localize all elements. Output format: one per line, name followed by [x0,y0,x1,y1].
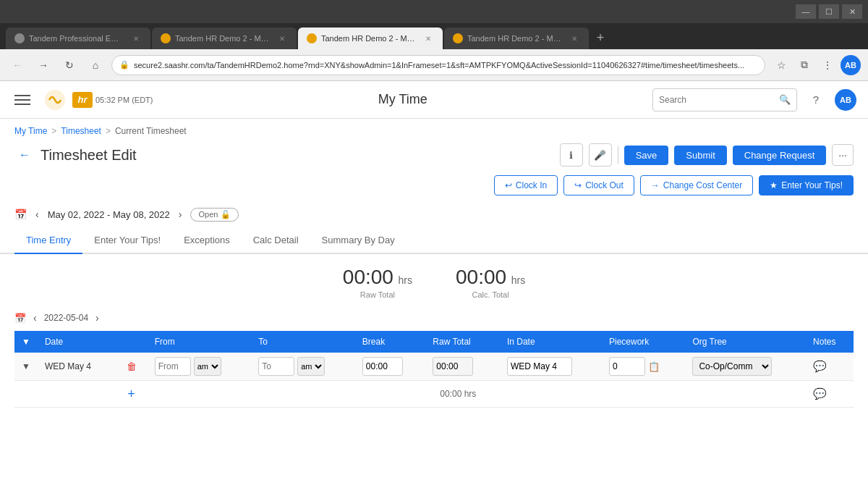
minimize-button[interactable]: — [796,4,816,19]
clock-in-button[interactable]: ↩ Clock In [494,175,558,195]
close-button[interactable]: ✕ [842,4,862,19]
table-date-next[interactable]: › [93,311,102,325]
raw-total-time: 00:00 hrs [343,266,412,289]
bookmark-button[interactable]: ☆ [771,55,791,75]
hamburger-menu-button[interactable] [12,88,35,112]
row-break-cell[interactable] [355,353,425,381]
org-tree-select[interactable]: Co-Op/Comm [692,357,772,376]
add-row-button[interactable]: + [123,385,140,403]
header-actions: ℹ 🎤 Save Submit Change Request ··· [560,143,854,167]
raw-time-value: 00:00 [343,266,393,288]
extensions-button[interactable]: ⧉ [794,55,814,75]
current-time: 05:32 PM (EDT) [95,96,153,104]
calendar-icon: 📅 [14,209,27,220]
from-ampm-select[interactable]: am pm [194,357,221,376]
row-notes-cell[interactable]: 💬 [806,353,854,381]
row-delete-button[interactable]: 🗑 [123,358,140,375]
help-button[interactable]: ? [806,90,826,110]
row-expand-button[interactable]: ▼ [22,361,30,371]
header-divider [618,146,618,164]
to-ampm-select[interactable]: am pm [297,357,325,376]
break-input[interactable] [362,357,403,376]
breadcrumb-my-time[interactable]: My Time [14,126,47,136]
tab-close-2[interactable]: ✕ [276,33,288,44]
hamburger-line [14,104,30,105]
raw-total-block: 00:00 hrs Raw Total [343,266,412,299]
table-sub-row: + 00:00 hrs 💬 [14,381,854,408]
row-from-cell[interactable]: am pm [148,353,252,381]
browser-tab-2[interactable]: Tandem HR Demo 2 - My Team ✕ [152,28,297,49]
sub-notes-button[interactable]: 💬 [813,387,827,400]
forward-nav-button[interactable]: → [33,55,54,75]
tab-summary-by-day[interactable]: Summary By Day [310,227,407,254]
submit-button[interactable]: Submit [674,146,726,165]
change-cost-center-button[interactable]: → Change Cost Center [640,175,753,195]
row-to-cell[interactable]: am pm [251,353,355,381]
in-date-input[interactable] [507,357,572,376]
tab-enter-tips[interactable]: Enter Your Tips! [82,227,172,254]
piecework-icon: 📋 [648,361,660,372]
raw-total-label: Raw Total [343,290,412,299]
row-piecework-cell[interactable]: 📋 [602,353,685,381]
back-button[interactable]: ← [14,145,35,165]
piecework-input[interactable] [609,357,645,376]
clock-out-icon: ↪ [574,180,582,190]
table-date-prev[interactable]: ‹ [30,311,40,325]
col-notes: Notes [806,331,854,353]
table-row: ▼ WED May 4 🗑 am pm [14,353,854,381]
tab-time-entry[interactable]: Time Entry [14,227,82,254]
browser-tab-1[interactable]: Tandem Professional Employee S... ✕ [6,28,150,49]
row-expand-cell: ▼ [14,353,38,381]
tab-nav: Time Entry Enter Your Tips! Exceptions C… [0,227,868,254]
title-bar-controls: — ☐ ✕ [796,4,862,19]
col-from: From [148,331,252,353]
save-button[interactable]: Save [624,146,669,165]
sub-notes-cell[interactable]: 💬 [806,381,854,408]
browser-menu-button[interactable]: ⋮ [817,55,838,75]
breadcrumb-timesheet[interactable]: Timesheet [61,126,101,136]
tab-close-4[interactable]: ✕ [569,33,580,44]
tab-close-3[interactable]: ✕ [422,33,434,44]
browser-tab-4[interactable]: Tandem HR Demo 2 - My Team ✕ [444,28,589,49]
toolbar-icons: ☆ ⧉ ⋮ AB [771,55,861,75]
tab-close-1[interactable]: ✕ [130,33,142,44]
tab-favicon-3 [307,33,317,43]
home-nav-button[interactable]: ⌂ [85,55,106,75]
expand-all-button[interactable]: ▼ [22,337,30,347]
date-next-button[interactable]: › [176,207,185,222]
url-text: secure2.saashr.com/ta/TandemHRDemo2.home… [134,61,757,70]
user-avatar[interactable]: AB [835,89,856,111]
sub-piecework-cell [602,381,685,408]
tab-bar: Tandem Professional Employee S... ✕ Tand… [0,23,868,49]
browser-profile-avatar[interactable]: AB [841,55,861,75]
calc-total-block: 00:00 hrs Calc. Total [456,266,525,299]
col-expand: ▼ [14,331,38,353]
search-input[interactable] [659,95,775,105]
more-options-button[interactable]: ··· [832,144,854,166]
from-time-input[interactable] [155,357,191,376]
mic-icon-button[interactable]: 🎤 [589,143,612,167]
reload-nav-button[interactable]: ↻ [59,55,80,75]
enter-tips-button[interactable]: ★ Enter Your Tips! [759,175,854,195]
change-request-button[interactable]: Change Request [733,146,827,165]
notes-button[interactable]: 💬 [813,360,827,373]
tab-exceptions[interactable]: Exceptions [172,227,242,254]
back-nav-button[interactable]: ← [7,55,27,75]
row-in-date-cell[interactable] [500,353,602,381]
tab-calc-detail[interactable]: Calc Detail [242,227,310,254]
clock-actions: ↩ Clock In ↪ Clock Out → Change Cost Cen… [0,175,868,201]
url-bar[interactable]: 🔒 secure2.saashr.com/ta/TandemHRDemo2.ho… [111,55,765,75]
new-tab-button[interactable]: + [590,28,610,48]
browser-tab-3[interactable]: Tandem HR Demo 2 - My Time ... ✕ [298,28,443,49]
tab-favicon-4 [453,33,463,43]
to-time-input[interactable] [258,357,294,376]
from-input-group: am pm [155,357,244,376]
search-box[interactable]: 🔍 [652,88,797,112]
date-prev-button[interactable]: ‹ [33,207,42,222]
maximize-button[interactable]: ☐ [819,4,839,19]
row-org-tree-cell[interactable]: Co-Op/Comm [685,353,806,381]
logo-area: hr 05:32 PM (EDT) [43,88,153,112]
info-icon-button[interactable]: ℹ [560,143,583,167]
clock-out-button[interactable]: ↪ Clock Out [563,175,634,195]
tab-favicon-2 [161,33,171,43]
